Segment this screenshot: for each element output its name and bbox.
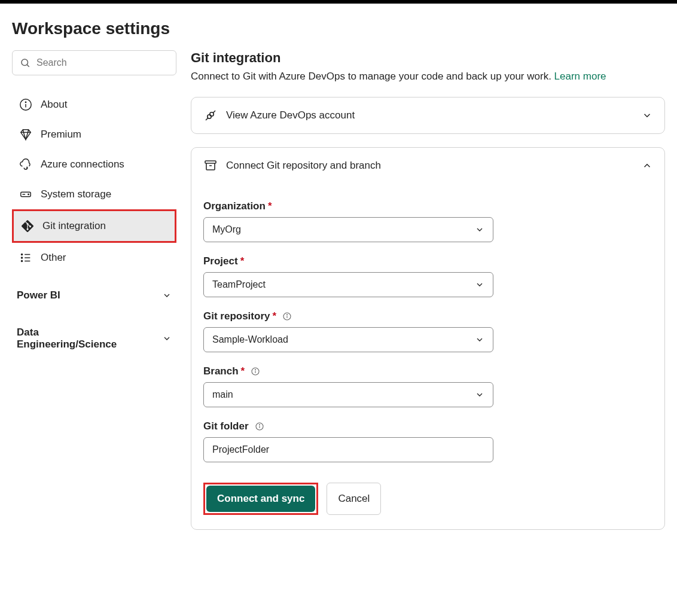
chevron-down-icon bbox=[475, 225, 484, 234]
cancel-button[interactable]: Cancel bbox=[327, 483, 381, 515]
list-icon bbox=[19, 251, 32, 264]
sidebar-item-label: Premium bbox=[41, 129, 81, 141]
organization-select[interactable]: MyOrg bbox=[203, 217, 493, 242]
sidebar-item-premium[interactable]: Premium bbox=[12, 120, 176, 150]
field-label-repository: Git repository * bbox=[203, 310, 652, 322]
field-repository: Git repository * Sample-Workload bbox=[203, 310, 652, 352]
select-value: MyOrg bbox=[212, 224, 241, 235]
svg-point-10 bbox=[21, 260, 22, 261]
sidebar-group-label: Data Engineering/Science bbox=[17, 327, 136, 350]
panel-title: Connect Git repository and branch bbox=[226, 160, 381, 172]
sidebar-item-label: About bbox=[41, 99, 67, 111]
sidebar: About Premium Azure connections System s… bbox=[12, 50, 176, 543]
diamond-icon bbox=[19, 128, 32, 141]
repository-select[interactable]: Sample-Workload bbox=[203, 327, 493, 352]
panel-connect-repo-header[interactable]: Connect Git repository and branch bbox=[191, 148, 664, 184]
required-asterisk: * bbox=[272, 310, 276, 322]
cloud-sync-icon bbox=[19, 158, 32, 171]
sidebar-item-other[interactable]: Other bbox=[12, 243, 176, 273]
panel-view-account: View Azure DevOps account bbox=[191, 97, 665, 134]
page-title: Workspace settings bbox=[0, 4, 677, 50]
chevron-down-icon bbox=[475, 280, 484, 289]
sidebar-group-label: Power BI bbox=[17, 289, 60, 301]
connect-button-highlight: Connect and sync bbox=[203, 483, 318, 515]
sidebar-item-system-storage[interactable]: System storage bbox=[12, 179, 176, 209]
chevron-down-icon bbox=[475, 335, 484, 344]
button-row: Connect and sync Cancel bbox=[203, 483, 652, 515]
field-label-organization: Organization * bbox=[203, 200, 652, 212]
info-icon[interactable] bbox=[251, 367, 260, 376]
svg-point-4 bbox=[25, 102, 26, 102]
svg-line-1 bbox=[27, 65, 29, 66]
sidebar-item-git-integration[interactable]: Git integration bbox=[12, 209, 176, 243]
chevron-down-icon bbox=[475, 390, 484, 400]
required-asterisk: * bbox=[268, 200, 272, 212]
field-label-branch: Branch * bbox=[203, 365, 652, 377]
sidebar-item-label: Git integration bbox=[42, 220, 106, 232]
sidebar-item-about[interactable]: About bbox=[12, 90, 176, 120]
chevron-down-icon bbox=[162, 334, 172, 343]
chevron-down-icon bbox=[162, 291, 172, 300]
svg-point-9 bbox=[21, 257, 22, 258]
label-text: Git folder bbox=[203, 420, 249, 432]
panel-connect-body: Organization * MyOrg Project * TeamProje… bbox=[191, 184, 664, 529]
select-value: main bbox=[212, 389, 233, 400]
search-box[interactable] bbox=[12, 50, 176, 75]
learn-more-link[interactable]: Learn more bbox=[554, 71, 606, 82]
search-input[interactable] bbox=[36, 57, 169, 68]
field-git-folder: Git folder bbox=[203, 420, 652, 462]
sidebar-group-powerbi[interactable]: Power BI bbox=[12, 281, 176, 310]
panel-connect-repo: Connect Git repository and branch Organi… bbox=[191, 147, 665, 530]
info-icon[interactable] bbox=[282, 312, 292, 321]
field-organization: Organization * MyOrg bbox=[203, 200, 652, 242]
field-label-git-folder: Git folder bbox=[203, 420, 652, 432]
subtitle-text: Connect to Git with Azure DevOps to mana… bbox=[191, 71, 554, 82]
label-text: Organization bbox=[203, 200, 266, 212]
field-label-project: Project * bbox=[203, 255, 652, 267]
field-project: Project * TeamProject bbox=[203, 255, 652, 297]
panel-title: View Azure DevOps account bbox=[226, 109, 355, 121]
info-icon bbox=[19, 98, 32, 111]
required-asterisk: * bbox=[241, 365, 245, 377]
sidebar-group-data-engineering[interactable]: Data Engineering/Science bbox=[12, 318, 176, 359]
svg-point-6 bbox=[28, 194, 29, 194]
select-value: Sample-Workload bbox=[212, 334, 288, 345]
sidebar-item-azure-connections[interactable]: Azure connections bbox=[12, 150, 176, 179]
svg-point-26 bbox=[259, 425, 260, 425]
search-icon bbox=[20, 57, 31, 68]
svg-point-8 bbox=[21, 254, 22, 255]
svg-point-15 bbox=[210, 112, 214, 116]
select-value: TeamProject bbox=[212, 279, 266, 290]
connect-and-sync-button[interactable]: Connect and sync bbox=[206, 486, 315, 512]
panel-view-account-header[interactable]: View Azure DevOps account bbox=[191, 97, 664, 133]
chevron-up-icon bbox=[642, 160, 652, 171]
label-text: Git repository bbox=[203, 310, 270, 322]
svg-point-0 bbox=[22, 59, 28, 66]
label-text: Project bbox=[203, 255, 238, 267]
git-folder-input[interactable] bbox=[203, 437, 493, 462]
branch-select[interactable]: main bbox=[203, 382, 493, 407]
sidebar-item-label: Azure connections bbox=[41, 158, 124, 170]
archive-icon bbox=[203, 158, 218, 173]
sidebar-item-label: Other bbox=[41, 252, 66, 264]
project-select[interactable]: TeamProject bbox=[203, 272, 493, 297]
sidebar-item-label: System storage bbox=[41, 188, 111, 200]
svg-rect-16 bbox=[205, 161, 216, 163]
field-branch: Branch * main bbox=[203, 365, 652, 407]
main-title: Git integration bbox=[191, 50, 665, 66]
chevron-down-icon bbox=[642, 110, 652, 121]
svg-point-23 bbox=[255, 370, 256, 370]
main-content: Git integration Connect to Git with Azur… bbox=[176, 50, 665, 543]
storage-icon bbox=[19, 188, 32, 201]
plug-icon bbox=[203, 108, 218, 123]
label-text: Branch bbox=[203, 365, 239, 377]
required-asterisk: * bbox=[240, 255, 245, 267]
svg-point-20 bbox=[287, 315, 288, 315]
main-subtitle: Connect to Git with Azure DevOps to mana… bbox=[191, 71, 665, 83]
git-icon bbox=[21, 219, 34, 233]
info-icon[interactable] bbox=[255, 422, 264, 431]
